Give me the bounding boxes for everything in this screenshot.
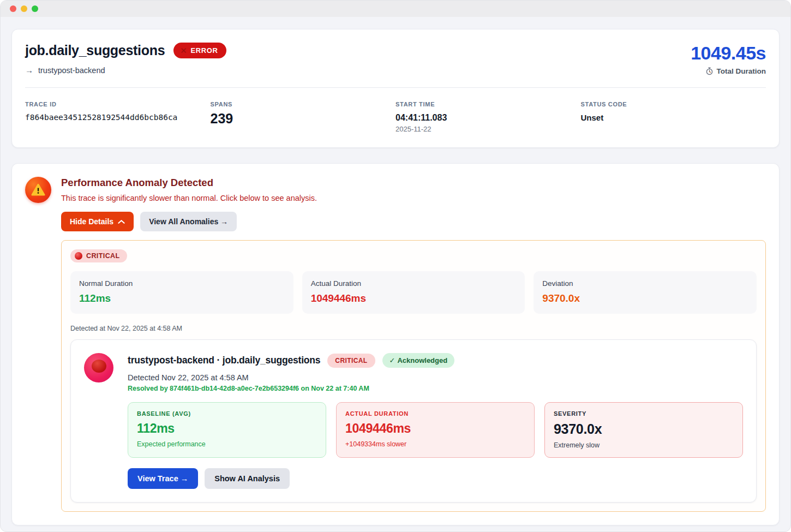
zoom-window-icon[interactable] — [32, 5, 38, 12]
hide-details-button[interactable]: Hide Details — [61, 212, 134, 231]
meta-label: TRACE ID — [25, 101, 211, 107]
anomaly-detail-title: trustypost-backend · job.daily_suggestio… — [128, 355, 320, 366]
stat-label: Normal Duration — [79, 279, 285, 288]
metric-value: 112ms — [137, 421, 317, 436]
anomaly-details-panel: CRITICAL Normal Duration 112ms Actual Du… — [61, 240, 766, 512]
view-trace-button[interactable]: View Trace → — [128, 468, 198, 489]
metric-label: ACTUAL DURATION — [345, 410, 525, 417]
spans-value: 239 — [211, 111, 396, 127]
metric-caption: Extremely slow — [554, 441, 734, 449]
red-ball-icon — [84, 353, 113, 382]
page-title: job.daily_suggestions — [25, 43, 165, 58]
view-all-anomalies-button[interactable]: View All Anomalies → — [140, 212, 237, 231]
window-titlebar — [1, 1, 790, 17]
metric-baseline: BASELINE (AVG) 112ms Expected performanc… — [128, 402, 326, 458]
total-duration-value: 1049.45s — [691, 43, 766, 64]
detail-detected-text: Detected Nov 22, 2025 at 4:58 AM — [128, 373, 743, 382]
stat-normal-duration: Normal Duration 112ms — [70, 271, 293, 314]
stat-value: 9370.0x — [542, 292, 748, 304]
metric-label: BASELINE (AVG) — [137, 410, 317, 417]
anomaly-detail-card: trustypost-backend · job.daily_suggestio… — [70, 339, 757, 503]
anomaly-title: Performance Anomaly Detected — [61, 177, 766, 189]
anomaly-metrics-row: BASELINE (AVG) 112ms Expected performanc… — [128, 402, 743, 458]
show-ai-analysis-button[interactable]: Show AI Analysis — [205, 468, 290, 489]
error-badge-label: ERROR — [190, 46, 218, 55]
app-window: job.daily_suggestions ✕ ERROR → trustypo… — [0, 0, 791, 532]
meta-label: SPANS — [211, 101, 396, 107]
view-all-anomalies-label: View All Anomalies → — [149, 217, 228, 226]
stat-actual-duration: Actual Duration 1049446ms — [302, 271, 525, 314]
stat-value: 1049446ms — [311, 292, 517, 304]
trace-meta-row: TRACE ID f864baee34512528192544dd6bcb86c… — [25, 101, 766, 133]
trace-id-value: f864baee34512528192544dd6bcb86ca — [25, 113, 211, 122]
anomaly-stats-row: Normal Duration 112ms Actual Duration 10… — [70, 271, 757, 314]
chevron-up-icon — [118, 219, 125, 224]
anomaly-card: Performance Anomaly Detected This trace … — [11, 163, 780, 525]
start-time-value: 04:41:11.083 — [396, 113, 581, 123]
total-duration-label: Total Duration — [717, 67, 766, 75]
stat-label: Actual Duration — [311, 279, 517, 288]
service-name: trustypost-backend — [38, 66, 105, 75]
close-window-icon[interactable] — [10, 5, 16, 12]
stat-deviation: Deviation 9370.0x — [534, 271, 757, 314]
stat-label: Deviation — [542, 279, 748, 288]
header-divider — [25, 87, 766, 88]
anomaly-subtitle: This trace is significantly slower than … — [61, 194, 766, 202]
critical-severity-badge: CRITICAL — [70, 249, 127, 262]
warning-icon — [25, 177, 51, 203]
critical-badge: CRITICAL — [327, 354, 375, 368]
trace-header-card: job.daily_suggestions ✕ ERROR → trustypo… — [11, 29, 780, 148]
acknowledged-badge: ✓ Acknowledged — [382, 353, 455, 368]
view-trace-label: View Trace → — [137, 474, 188, 483]
metric-actual-duration: ACTUAL DURATION 1049446ms +1049334ms slo… — [336, 402, 535, 458]
minimize-window-icon[interactable] — [21, 5, 27, 12]
meta-label: START TIME — [396, 101, 581, 107]
meta-status-code: STATUS CODE Unset — [581, 101, 766, 133]
page-content: job.daily_suggestions ✕ ERROR → trustypo… — [1, 17, 790, 525]
detected-at-text: Detected at Nov 22, 2025 at 4:58 AM — [70, 325, 757, 332]
detail-resolved-text: Resolved by 874f461b-db14-42d8-a0ec-7e2b… — [128, 385, 743, 392]
x-icon: ✕ — [180, 46, 187, 55]
status-code-value: Unset — [581, 113, 766, 122]
acknowledged-label: Acknowledged — [397, 356, 447, 364]
metric-value: 9370.0x — [554, 421, 734, 437]
stat-value: 112ms — [79, 292, 285, 304]
hide-details-label: Hide Details — [70, 217, 113, 226]
metric-label: SEVERITY — [554, 410, 734, 417]
metric-severity: SEVERITY 9370.0x Extremely slow — [544, 402, 743, 458]
meta-trace-id: TRACE ID f864baee34512528192544dd6bcb86c… — [25, 101, 211, 133]
arrow-right-icon: → — [25, 65, 33, 75]
metric-caption: Expected performance — [137, 440, 317, 448]
stopwatch-icon — [705, 67, 714, 75]
meta-start-time: START TIME 04:41:11.083 2025-11-22 — [396, 101, 581, 133]
meta-label: STATUS CODE — [581, 101, 766, 107]
metric-caption: +1049334ms slower — [345, 440, 525, 448]
red-circle-icon — [75, 252, 82, 260]
check-icon: ✓ — [389, 356, 396, 364]
metric-value: 1049446ms — [345, 421, 525, 436]
show-ai-analysis-label: Show AI Analysis — [214, 474, 280, 483]
error-status-badge: ✕ ERROR — [173, 43, 226, 58]
critical-badge-label: CRITICAL — [86, 252, 120, 260]
start-date-value: 2025-11-22 — [396, 125, 581, 133]
meta-spans: SPANS 239 — [211, 101, 396, 133]
